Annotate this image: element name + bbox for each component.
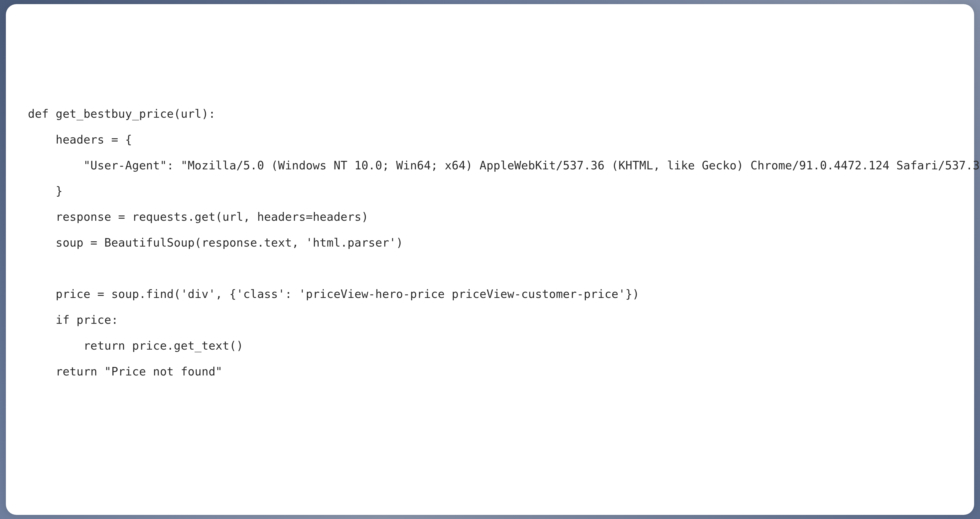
code-card: def get_bestbuy_price(url): headers = { … — [6, 4, 974, 515]
code-snippet: def get_bestbuy_price(url): headers = { … — [28, 101, 956, 384]
